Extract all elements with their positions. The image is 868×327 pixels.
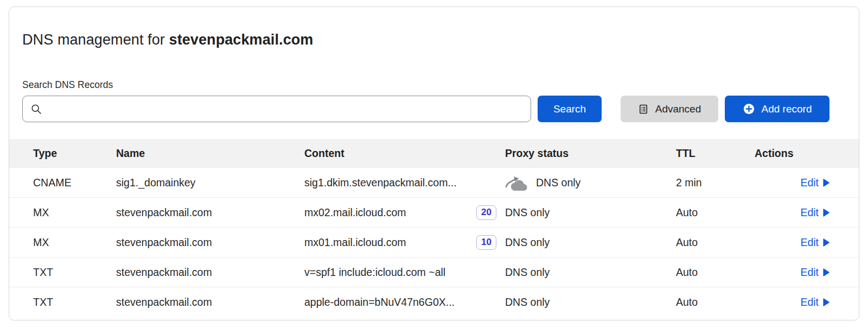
search-box[interactable]	[22, 96, 531, 122]
column-header-content: Content	[304, 147, 505, 160]
magnifier-icon	[30, 103, 42, 115]
record-content: apple-domain=bNuV47n6G0X...	[304, 296, 455, 309]
column-header-proxy-status: Proxy status	[505, 147, 676, 160]
table-row: TXT stevenpackmail.com apple-domain=bNuV…	[9, 287, 859, 317]
record-content: mx02.mail.icloud.com	[304, 206, 406, 219]
table-row: MX stevenpackmail.com mx01.mail.icloud.c…	[9, 227, 859, 257]
record-content: mx01.mail.icloud.com	[304, 236, 406, 249]
right-triangle-icon	[822, 238, 829, 247]
add-record-button-label: Add record	[762, 103, 812, 115]
search-button[interactable]: Search	[538, 96, 602, 122]
record-name: stevenpackmail.com	[116, 266, 304, 279]
column-header-name: Name	[116, 147, 304, 160]
page-title-domain: stevenpackmail.com	[169, 32, 314, 48]
gray-cloud-arrow-icon	[505, 174, 528, 191]
right-triangle-icon	[822, 298, 829, 306]
column-header-type: Type	[33, 147, 116, 160]
edit-label: Edit	[800, 296, 819, 309]
record-type: TXT	[33, 266, 116, 279]
right-triangle-icon	[822, 209, 829, 217]
table-row: TXT stevenpackmail.com v=spf1 include:ic…	[9, 257, 859, 287]
table-row: CNAME sig1._domainkey sig1.dkim.stevenpa…	[9, 167, 859, 197]
add-record-button[interactable]: Add record	[725, 96, 829, 122]
edit-record-button[interactable]: Edit	[800, 296, 829, 309]
plus-circle-icon	[743, 103, 755, 115]
record-name: stevenpackmail.com	[116, 296, 304, 309]
record-ttl: Auto	[676, 206, 755, 219]
edit-label: Edit	[800, 177, 819, 189]
table-header-row: Type Name Content Proxy status TTL Actio…	[9, 139, 859, 167]
record-ttl: 2 min	[676, 177, 755, 189]
record-type: MX	[33, 206, 116, 219]
search-label: Search DNS Records	[22, 79, 846, 91]
table-row: MX stevenpackmail.com mx02.mail.icloud.c…	[9, 197, 859, 227]
mx-priority-badge: 20	[476, 205, 496, 220]
edit-label: Edit	[800, 236, 819, 249]
proxy-status-label: DNS only	[536, 177, 580, 189]
record-content: v=spf1 include:icloud.com ~all	[304, 266, 445, 279]
record-name: stevenpackmail.com	[116, 206, 304, 219]
dns-records-table: Type Name Content Proxy status TTL Actio…	[9, 139, 859, 317]
right-triangle-icon	[822, 268, 829, 276]
edit-record-button[interactable]: Edit	[800, 177, 829, 189]
edit-record-button[interactable]: Edit	[800, 236, 829, 249]
record-name: sig1._domainkey	[116, 177, 304, 189]
edit-record-button[interactable]: Edit	[800, 206, 829, 219]
edit-label: Edit	[800, 206, 819, 219]
record-ttl: Auto	[676, 296, 755, 309]
record-content: sig1.dkim.stevenpackmail.com...	[304, 177, 457, 189]
proxy-status-label: DNS only	[505, 206, 550, 219]
mx-priority-badge: 10	[476, 235, 496, 250]
page-title: DNS management for stevenpackmail.com	[22, 31, 846, 48]
record-type: TXT	[33, 296, 116, 309]
proxy-status-label: DNS only	[505, 236, 550, 249]
advanced-button[interactable]: Advanced	[621, 96, 718, 122]
edit-label: Edit	[800, 266, 819, 279]
proxy-status-label: DNS only	[505, 296, 550, 309]
advanced-button-label: Advanced	[655, 103, 701, 115]
record-type: MX	[33, 236, 116, 249]
dns-management-card: DNS management for stevenpackmail.com Se…	[9, 7, 859, 320]
search-input[interactable]	[48, 103, 523, 115]
column-header-actions: Actions	[755, 147, 829, 160]
record-name: stevenpackmail.com	[116, 236, 304, 249]
list-document-icon	[638, 104, 649, 115]
page-title-prefix: DNS management for	[22, 32, 169, 48]
edit-record-button[interactable]: Edit	[800, 266, 829, 279]
proxy-status-label: DNS only	[505, 266, 550, 279]
record-ttl: Auto	[676, 266, 755, 279]
cloud-shape	[511, 180, 527, 191]
column-header-ttl: TTL	[676, 147, 755, 160]
record-ttl: Auto	[676, 236, 755, 249]
search-controls: Search Advanced Add record	[22, 96, 829, 122]
right-triangle-icon	[822, 179, 829, 187]
record-type: CNAME	[33, 177, 116, 189]
